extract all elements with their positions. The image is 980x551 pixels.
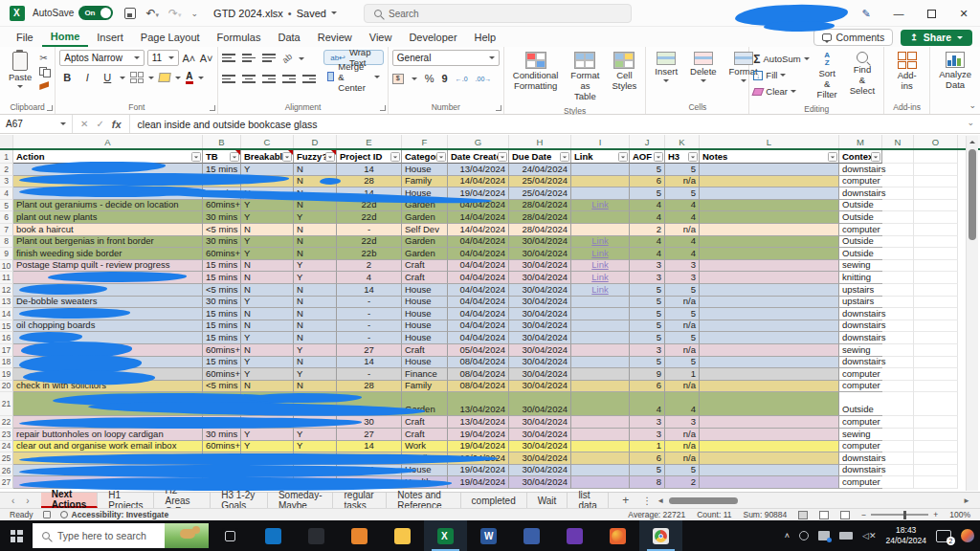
cell-date-created[interactable]: 19/04/2024: [448, 441, 509, 453]
cell-fuzzy[interactable]: Y: [294, 429, 337, 441]
row-number[interactable]: 13: [0, 297, 13, 309]
cell-context[interactable]: downstairs: [839, 357, 882, 369]
maximize-button[interactable]: [915, 0, 947, 27]
cell-context[interactable]: computer: [839, 381, 882, 393]
increase-decimal-icon[interactable]: ←.0: [456, 76, 468, 82]
cell-breakable[interactable]: Y: [241, 248, 294, 260]
cell-o[interactable]: [914, 224, 958, 236]
cell-link[interactable]: [571, 176, 630, 188]
cell-category[interactable]: House: [402, 284, 448, 297]
sheet-tab-completed[interactable]: completed: [461, 493, 527, 508]
cell-project-id[interactable]: -: [337, 297, 402, 309]
cell-due-date[interactable]: 30/04/2024: [509, 248, 571, 260]
row-number[interactable]: 27: [0, 476, 13, 489]
normal-view-icon[interactable]: [798, 511, 808, 519]
cell-link[interactable]: [571, 357, 630, 369]
sheet-tab-next-actions[interactable]: Next Actions: [41, 493, 99, 508]
row-number[interactable]: 14: [0, 308, 13, 320]
header-date-create[interactable]: Date Create: [448, 150, 509, 164]
cell-tb[interactable]: 30 mins: [203, 297, 241, 309]
cell-n[interactable]: [882, 248, 914, 260]
colorful-app-tray-icon[interactable]: [961, 529, 974, 542]
cell-context[interactable]: knitting: [839, 272, 882, 284]
ribbon-tab-insert[interactable]: Insert: [88, 29, 132, 46]
cell-h3[interactable]: n/a: [665, 381, 700, 393]
alignment-dialog-launcher[interactable]: [380, 105, 386, 111]
cell-project-id[interactable]: 14: [337, 357, 402, 369]
row-number[interactable]: 7: [0, 224, 13, 236]
zoom-out-icon[interactable]: −: [861, 510, 866, 519]
cell-aof[interactable]: 5: [630, 308, 665, 320]
cell-action[interactable]: plant out new plants: [13, 211, 203, 224]
row-number[interactable]: 5: [0, 200, 13, 212]
cell-aof[interactable]: 6: [630, 452, 665, 465]
cell-tb[interactable]: <5 mins: [203, 224, 241, 236]
cell-notes[interactable]: [700, 224, 839, 236]
cell-category[interactable]: Craft: [402, 260, 448, 273]
cell-date-created[interactable]: 04/04/2024: [448, 260, 509, 273]
cell-n[interactable]: [882, 236, 914, 249]
cell-h3[interactable]: n/a: [665, 224, 700, 236]
cell-aof[interactable]: 6: [630, 176, 665, 188]
cell-notes[interactable]: [700, 284, 839, 297]
cell-breakable[interactable]: N: [241, 308, 294, 320]
align-left-icon[interactable]: [222, 75, 235, 84]
cell-link[interactable]: [571, 187, 630, 200]
format-as-table-button[interactable]: Format asTable: [566, 50, 604, 104]
zoom-slider[interactable]: [871, 514, 928, 516]
header-h3[interactable]: H3: [665, 150, 700, 164]
cell-breakable[interactable]: N: [241, 260, 294, 273]
header-context[interactable]: Context: [839, 150, 882, 164]
cell-date-created[interactable]: 08/04/2024: [448, 357, 509, 369]
column-letter-N[interactable]: N: [882, 135, 914, 148]
cell-notes[interactable]: [700, 332, 839, 344]
redo-icon[interactable]: ↷▾: [168, 7, 182, 20]
cell-h3[interactable]: 3: [665, 272, 700, 284]
expand-formula-bar-icon[interactable]: ⌄: [967, 118, 974, 127]
column-letter-K[interactable]: K: [665, 135, 700, 148]
share-button[interactable]: ↥ Share: [901, 30, 972, 46]
cell-link[interactable]: [571, 368, 630, 381]
cell-aof[interactable]: 4: [630, 392, 665, 416]
cell-action[interactable]: oil chopping boards: [13, 320, 203, 333]
filter-dropdown-icon[interactable]: [654, 152, 663, 162]
delete-cells-button[interactable]: Delete: [685, 50, 721, 84]
header-project-id[interactable]: Project ID: [337, 150, 402, 164]
cell-aof[interactable]: 3: [630, 260, 665, 273]
row-number[interactable]: 20: [0, 381, 13, 393]
column-letter-A[interactable]: A: [13, 135, 203, 148]
merge-center-button[interactable]: Merge & Center: [323, 69, 384, 84]
fill-color-icon[interactable]: [159, 73, 171, 82]
cell-tb[interactable]: 30 mins: [203, 429, 241, 441]
ribbon-tab-file[interactable]: File: [8, 29, 42, 46]
cell-project-id[interactable]: 22d: [337, 211, 402, 224]
cell-context[interactable]: sewing: [839, 429, 882, 441]
cell-styles-button[interactable]: CellStyles: [607, 50, 641, 94]
taskbar-clock[interactable]: 18:43 24/04/2024: [885, 525, 926, 545]
cell-date-created[interactable]: 04/04/2024: [448, 284, 509, 297]
cell-o[interactable]: [914, 320, 958, 333]
cell-n[interactable]: [882, 441, 914, 453]
cell-notes[interactable]: [700, 344, 839, 357]
cell-context[interactable]: computer: [839, 224, 882, 236]
cell-date-created[interactable]: 14/04/2024: [448, 224, 509, 236]
cell-tb[interactable]: 60mins+: [203, 248, 241, 260]
cell-h3[interactable]: 5: [665, 284, 700, 297]
cell-context[interactable]: downstairs: [839, 332, 882, 344]
cell-notes[interactable]: [700, 211, 839, 224]
cell-o[interactable]: [914, 297, 958, 309]
cell-project-id[interactable]: -: [337, 368, 402, 381]
ribbon-tab-formulas[interactable]: Formulas: [209, 29, 270, 46]
cell-category[interactable]: House: [402, 297, 448, 309]
hyperlink[interactable]: Link: [591, 284, 608, 295]
cell-due-date[interactable]: 30/04/2024: [509, 260, 571, 273]
cell-tb[interactable]: 30 mins: [203, 211, 241, 224]
cell-due-date[interactable]: 30/04/2024: [509, 392, 571, 416]
page-layout-view-icon[interactable]: [819, 511, 829, 519]
cell-link[interactable]: [571, 308, 630, 320]
cell-tb[interactable]: 15 mins: [203, 357, 241, 369]
cell-date-created[interactable]: 19/04/2024: [448, 429, 509, 441]
cell-category[interactable]: Craft: [402, 272, 448, 284]
cell-category[interactable]: Work: [402, 441, 448, 453]
filter-dropdown-icon[interactable]: [191, 152, 201, 162]
